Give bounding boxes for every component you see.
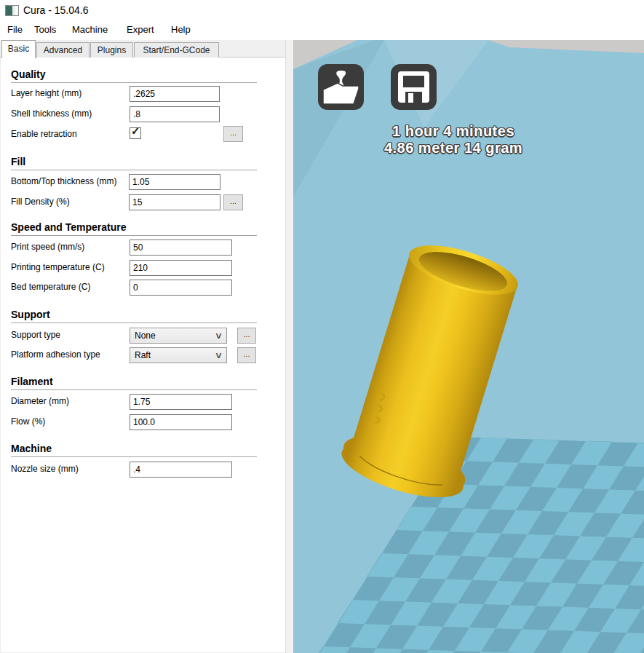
flow-input[interactable]	[130, 414, 232, 430]
platform-adhesion-select[interactable]: Raft ∨	[130, 347, 227, 363]
print-speed-label: Print speed (mm/s)	[11, 242, 84, 252]
material-usage: 4.86 meter 14 gram	[315, 140, 592, 157]
fill-density-label: Fill Density (%)	[11, 197, 70, 207]
section-rule	[11, 322, 257, 323]
viewport-3d[interactable]: 1 hour 4 minutes 4.86 meter 14 gram	[293, 40, 644, 653]
printing-temperature-label: Printing temperature (C)	[11, 262, 105, 272]
section-title-fill: Fill	[11, 156, 25, 167]
section-rule	[11, 170, 257, 170]
menu-machine[interactable]: Machine	[72, 24, 108, 35]
print-stats: 1 hour 4 minutes 4.86 meter 14 gram	[315, 123, 592, 157]
diameter-label: Diameter (mm)	[11, 396, 69, 406]
platform-adhesion-value: Raft	[135, 348, 151, 363]
bottom-top-thickness-input[interactable]	[129, 174, 220, 190]
menu-help[interactable]: Help	[171, 24, 191, 35]
save-toolpath-button[interactable]	[391, 64, 437, 110]
check-icon: ✓	[131, 124, 140, 138]
cura-window: Cura - 15.04.6 File Tools Machine Expert…	[0, 0, 644, 653]
section-rule	[11, 389, 257, 390]
bottom-top-thickness-label: Bottom/Top thickness (mm)	[11, 176, 116, 186]
enable-retraction-checkbox[interactable]: ✓	[130, 127, 141, 139]
fill-density-input[interactable]	[129, 194, 220, 210]
shell-thickness-input[interactable]	[130, 106, 220, 122]
support-more-button[interactable]: ...	[237, 328, 256, 344]
bed-temperature-label: Bed temperature (C)	[11, 282, 90, 292]
nozzle-size-label: Nozzle size (mm)	[11, 464, 79, 474]
tab-strip: Basic Advanced Plugins Start/End-GCode	[0, 40, 293, 58]
shell-thickness-label: Shell thickness (mm)	[11, 108, 92, 119]
section-rule	[11, 456, 257, 457]
layer-height-label: Layer height (mm)	[11, 88, 82, 98]
save-icon	[391, 64, 437, 110]
section-title-quality: Quality	[11, 68, 45, 80]
section-title-filament: Filament	[11, 376, 53, 387]
tab-basic[interactable]: Basic	[1, 40, 36, 58]
menu-file[interactable]: File	[7, 24, 23, 35]
print-time: 1 hour 4 minutes	[315, 123, 592, 140]
print-speed-input[interactable]	[130, 240, 232, 256]
layer-height-input[interactable]	[130, 86, 220, 102]
menu-tools[interactable]: Tools	[34, 24, 56, 35]
window-title: Cura - 15.04.6	[23, 4, 89, 16]
load-model-button[interactable]	[318, 64, 364, 110]
menu-bar: File Tools Machine Expert Help	[0, 20, 644, 40]
section-title-machine: Machine	[11, 443, 52, 454]
enable-retraction-label: Enable retraction	[11, 129, 77, 139]
support-type-select[interactable]: None ∨	[130, 328, 227, 344]
title-bar: Cura - 15.04.6	[0, 0, 644, 20]
support-type-value: None	[135, 328, 156, 343]
diameter-input[interactable]	[130, 394, 232, 410]
support-type-label: Support type	[11, 330, 60, 340]
section-title-support: Support	[11, 309, 50, 320]
retraction-more-button[interactable]: ...	[223, 126, 243, 142]
tab-advanced[interactable]: Advanced	[36, 42, 90, 58]
bed-temperature-input[interactable]	[130, 280, 232, 296]
section-title-speed-temperature: Speed and Temperature	[11, 221, 126, 233]
menu-expert[interactable]: Expert	[127, 24, 154, 35]
chevron-down-icon: ∨	[215, 328, 223, 343]
platform-adhesion-label: Platform adhesion type	[11, 349, 100, 360]
load-model-icon	[318, 64, 364, 110]
chevron-down-icon: ∨	[215, 348, 223, 363]
adhesion-more-button[interactable]: ...	[237, 347, 256, 363]
panel-divider	[285, 40, 293, 653]
fill-more-button[interactable]: ...	[223, 194, 243, 210]
app-icon	[5, 5, 19, 16]
section-rule	[11, 82, 257, 83]
section-rule	[11, 235, 257, 236]
nozzle-size-input[interactable]	[130, 462, 232, 478]
settings-panel: Quality Layer height (mm) Shell thicknes…	[0, 58, 285, 653]
tab-start-end-gcode[interactable]: Start/End-GCode	[134, 42, 219, 58]
printing-temperature-input[interactable]	[130, 260, 232, 276]
flow-label: Flow (%)	[11, 416, 45, 427]
tab-plugins[interactable]: Plugins	[90, 42, 133, 58]
